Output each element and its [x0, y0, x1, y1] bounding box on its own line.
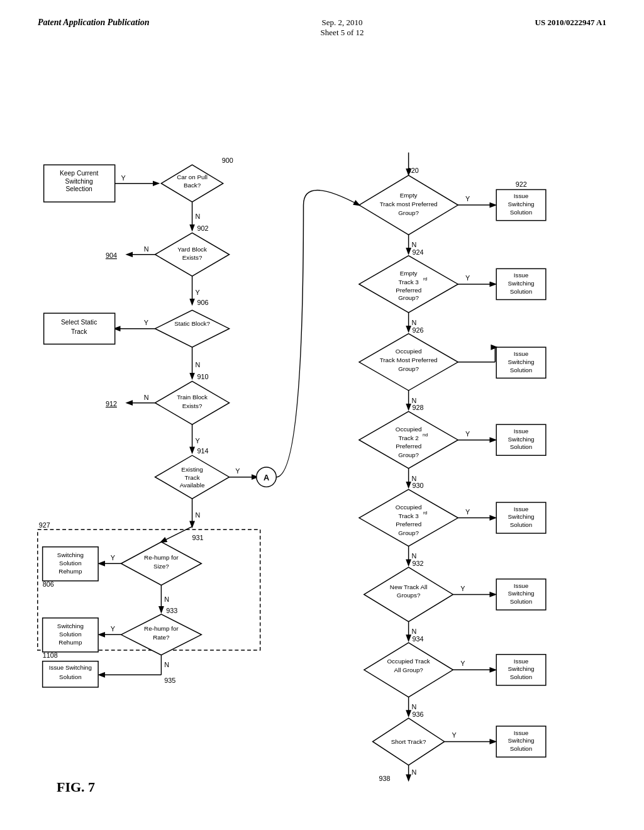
svg-text:N: N — [144, 394, 149, 401]
svg-text:927: 927 — [39, 521, 50, 529]
svg-text:N: N — [195, 213, 200, 220]
svg-text:Occupied Track: Occupied Track — [387, 658, 430, 665]
patent-number: US 2010/0222947 A1 — [535, 18, 606, 28]
svg-text:Exists?: Exists? — [182, 402, 203, 409]
svg-text:Issue: Issue — [514, 506, 529, 512]
svg-text:Y: Y — [452, 731, 456, 739]
svg-text:Groups?: Groups? — [397, 592, 421, 599]
page-header: Patent Application Publication Sep. 2, 2… — [0, 18, 644, 38]
svg-text:Y: Y — [195, 289, 199, 296]
svg-text:932: 932 — [413, 560, 424, 567]
svg-text:935: 935 — [164, 677, 175, 684]
svg-text:Switching: Switching — [65, 178, 93, 185]
svg-text:931: 931 — [192, 534, 204, 541]
svg-text:Track 3: Track 3 — [398, 512, 419, 519]
svg-text:912: 912 — [106, 400, 117, 407]
svg-text:Track most Preferred: Track most Preferred — [380, 201, 438, 208]
svg-text:New Track All: New Track All — [390, 584, 428, 590]
svg-text:Solution: Solution — [510, 367, 533, 374]
svg-text:Static Block?: Static Block? — [174, 320, 210, 327]
svg-text:N: N — [164, 661, 169, 668]
svg-text:N: N — [412, 552, 417, 560]
svg-text:Switching: Switching — [508, 280, 535, 287]
svg-text:N: N — [412, 475, 417, 482]
svg-text:Back?: Back? — [184, 182, 201, 189]
svg-text:Available: Available — [180, 482, 205, 489]
svg-text:Solution: Solution — [510, 443, 533, 450]
svg-text:Issue: Issue — [514, 192, 529, 199]
svg-text:Y: Y — [460, 585, 465, 592]
svg-text:Y: Y — [465, 195, 470, 202]
svg-text:Size?: Size? — [153, 563, 169, 570]
svg-text:Switching: Switching — [508, 358, 535, 365]
svg-text:922: 922 — [516, 180, 527, 188]
svg-text:Re-hump for: Re-hump for — [144, 554, 179, 561]
svg-text:1108: 1108 — [43, 651, 58, 659]
svg-text:Y: Y — [465, 274, 470, 282]
svg-text:Track: Track — [184, 474, 199, 481]
svg-text:806: 806 — [43, 580, 54, 588]
svg-text:Switching: Switching — [508, 436, 535, 443]
header-center: Sep. 2, 2010 Sheet 5 of 12 — [321, 18, 364, 38]
svg-text:Rehump: Rehump — [58, 639, 82, 646]
publication-date: Sep. 2, 2010 — [321, 18, 364, 28]
svg-text:Keep Current: Keep Current — [60, 170, 98, 177]
svg-text:N: N — [195, 361, 200, 368]
sheet-info: Sheet 5 of 12 — [321, 28, 364, 38]
svg-text:Solution: Solution — [510, 521, 533, 528]
svg-text:934: 934 — [413, 635, 424, 643]
svg-text:Switching: Switching — [508, 665, 535, 672]
svg-text:Switching: Switching — [508, 513, 535, 520]
svg-text:Train Block: Train Block — [177, 394, 208, 401]
svg-text:Y: Y — [121, 174, 126, 182]
svg-text:N: N — [412, 768, 417, 776]
svg-text:Group?: Group? — [398, 451, 419, 458]
svg-text:Y: Y — [465, 508, 470, 516]
svg-text:N: N — [164, 595, 169, 603]
svg-text:Track Most Preferred: Track Most Preferred — [380, 357, 438, 363]
svg-text:N: N — [144, 245, 149, 253]
svg-text:Switching: Switching — [508, 737, 535, 744]
svg-text:Solution: Solution — [510, 745, 533, 752]
svg-text:Empty: Empty — [400, 270, 418, 277]
svg-text:N: N — [412, 628, 417, 635]
svg-text:Empty: Empty — [400, 192, 418, 199]
svg-text:902: 902 — [197, 224, 208, 232]
svg-text:Existing: Existing — [181, 466, 203, 473]
svg-text:Switching: Switching — [57, 622, 84, 629]
svg-text:nd: nd — [423, 432, 428, 438]
svg-text:Occupied: Occupied — [396, 504, 422, 511]
svg-text:Issue: Issue — [514, 729, 529, 736]
svg-text:Issue Switching: Issue Switching — [49, 664, 92, 671]
svg-text:Occupied: Occupied — [396, 348, 422, 355]
svg-text:Short Track?: Short Track? — [391, 738, 426, 745]
svg-text:Y: Y — [111, 554, 115, 562]
svg-text:Solution: Solution — [510, 288, 533, 295]
publication-title: Patent Application Publication — [38, 18, 150, 28]
svg-text:N: N — [412, 397, 417, 404]
svg-text:A: A — [264, 473, 269, 482]
svg-text:N: N — [412, 319, 417, 326]
svg-text:Y: Y — [460, 660, 465, 667]
svg-text:Switching: Switching — [508, 201, 535, 208]
svg-text:Solution: Solution — [510, 673, 533, 680]
svg-text:926: 926 — [413, 326, 424, 334]
svg-text:Y: Y — [465, 430, 470, 438]
svg-text:Y: Y — [195, 437, 199, 445]
svg-text:906: 906 — [197, 299, 208, 306]
svg-text:Rehump: Rehump — [58, 568, 82, 575]
svg-text:Solution: Solution — [59, 560, 82, 567]
svg-text:Car on Pull: Car on Pull — [177, 174, 208, 180]
svg-text:Y: Y — [111, 625, 115, 633]
svg-text:All Group?: All Group? — [394, 667, 423, 673]
flowchart-svg: Keep Current Switching Selection Y Car o… — [0, 63, 644, 792]
svg-text:Issue: Issue — [514, 658, 529, 665]
svg-text:Re-hump for: Re-hump for — [144, 625, 179, 632]
svg-text:Track 3: Track 3 — [398, 279, 419, 285]
svg-text:rd: rd — [423, 276, 428, 282]
svg-text:Occupied: Occupied — [396, 426, 422, 433]
svg-text:Select Static: Select Static — [61, 319, 97, 326]
svg-text:933: 933 — [166, 607, 177, 614]
svg-text:N: N — [195, 511, 200, 519]
svg-text:Yard Block: Yard Block — [177, 246, 207, 253]
